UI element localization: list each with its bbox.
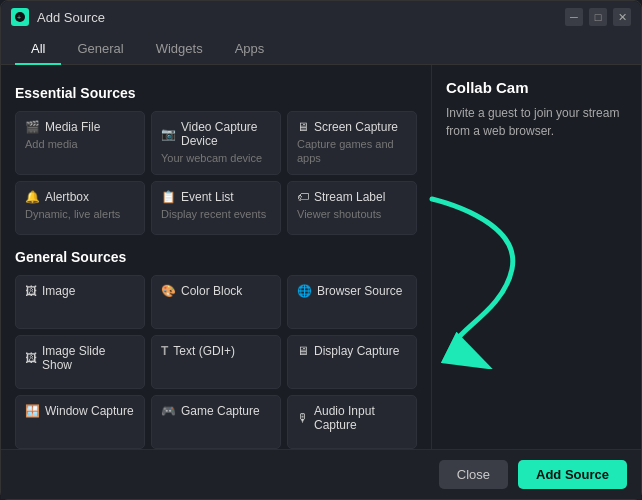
- event-list-icon: 📋: [161, 190, 176, 204]
- alertbox-desc: Dynamic, live alerts: [25, 207, 135, 221]
- close-window-button[interactable]: ✕: [613, 8, 631, 26]
- image-slideshow-icon: 🖼: [25, 351, 37, 365]
- screen-capture-icon: 🖥: [297, 120, 309, 134]
- image-slideshow-name: Image Slide Show: [42, 344, 135, 372]
- footer: Close Add Source: [1, 449, 641, 499]
- alertbox-name: Alertbox: [45, 190, 89, 204]
- video-capture-desc: Your webcam device: [161, 151, 271, 165]
- source-item-media-file[interactable]: 🎬 Media File Add media: [15, 111, 145, 175]
- general-sources-grid: 🖼 Image 🎨 Color Block 🌐 Browser Source: [15, 275, 417, 449]
- tab-bar: All General Widgets Apps: [1, 33, 641, 65]
- media-file-desc: Add media: [25, 137, 135, 151]
- titlebar: + Add Source ─ □ ✕: [1, 1, 641, 33]
- screen-capture-desc: Capture games and apps: [297, 137, 407, 166]
- video-capture-icon: 📷: [161, 127, 176, 141]
- game-capture-icon: 🎮: [161, 404, 176, 418]
- tab-widgets[interactable]: Widgets: [140, 33, 219, 64]
- source-item-game-capture[interactable]: 🎮 Game Capture: [151, 395, 281, 449]
- sidebar-title: Collab Cam: [446, 79, 627, 96]
- source-item-event-list[interactable]: 📋 Event List Display recent events: [151, 181, 281, 235]
- add-source-button[interactable]: Add Source: [518, 460, 627, 489]
- media-file-icon: 🎬: [25, 120, 40, 134]
- tab-apps[interactable]: Apps: [219, 33, 281, 64]
- svg-text:+: +: [17, 14, 21, 21]
- source-item-color-block[interactable]: 🎨 Color Block: [151, 275, 281, 329]
- tab-all[interactable]: All: [15, 33, 61, 64]
- audio-input-icon: 🎙: [297, 411, 309, 425]
- image-name: Image: [42, 284, 75, 298]
- display-capture-icon: 🖥: [297, 344, 309, 358]
- stream-label-icon: 🏷: [297, 190, 309, 204]
- alertbox-icon: 🔔: [25, 190, 40, 204]
- titlebar-controls: ─ □ ✕: [565, 8, 631, 26]
- minimize-button[interactable]: ─: [565, 8, 583, 26]
- stream-label-name: Stream Label: [314, 190, 385, 204]
- stream-label-desc: Viewer shoutouts: [297, 207, 407, 221]
- source-item-image-slideshow[interactable]: 🖼 Image Slide Show: [15, 335, 145, 389]
- window-title: Add Source: [37, 10, 105, 25]
- game-capture-name: Game Capture: [181, 404, 260, 418]
- source-item-display-capture[interactable]: 🖥 Display Capture: [287, 335, 417, 389]
- display-capture-name: Display Capture: [314, 344, 399, 358]
- maximize-button[interactable]: □: [589, 8, 607, 26]
- image-icon: 🖼: [25, 284, 37, 298]
- media-file-name: Media File: [45, 120, 100, 134]
- tab-general[interactable]: General: [61, 33, 139, 64]
- essential-sources-title: Essential Sources: [15, 85, 417, 101]
- source-item-browser-source[interactable]: 🌐 Browser Source: [287, 275, 417, 329]
- general-sources-title: General Sources: [15, 249, 417, 265]
- browser-source-name: Browser Source: [317, 284, 402, 298]
- text-gdi-name: Text (GDI+): [173, 344, 235, 358]
- source-item-window-capture[interactable]: 🪟 Window Capture: [15, 395, 145, 449]
- titlebar-left: + Add Source: [11, 8, 105, 26]
- source-item-video-capture[interactable]: 📷 Video Capture Device Your webcam devic…: [151, 111, 281, 175]
- app-icon: +: [11, 8, 29, 26]
- source-item-alertbox[interactable]: 🔔 Alertbox Dynamic, live alerts: [15, 181, 145, 235]
- audio-input-name: Audio Input Capture: [314, 404, 407, 432]
- event-list-desc: Display recent events: [161, 207, 271, 221]
- sidebar-panel: Collab Cam Invite a guest to join your s…: [431, 65, 641, 449]
- source-item-screen-capture[interactable]: 🖥 Screen Capture Capture games and apps: [287, 111, 417, 175]
- add-source-window: + Add Source ─ □ ✕ All General Widgets A…: [0, 0, 642, 500]
- screen-capture-name: Screen Capture: [314, 120, 398, 134]
- sources-panel: Essential Sources 🎬 Media File Add media…: [1, 65, 431, 449]
- window-capture-icon: 🪟: [25, 404, 40, 418]
- color-block-name: Color Block: [181, 284, 242, 298]
- browser-source-icon: 🌐: [297, 284, 312, 298]
- text-gdi-icon: T: [161, 344, 168, 358]
- video-capture-name: Video Capture Device: [181, 120, 271, 148]
- source-item-text-gdi[interactable]: T Text (GDI+): [151, 335, 281, 389]
- source-item-audio-input[interactable]: 🎙 Audio Input Capture: [287, 395, 417, 449]
- event-list-name: Event List: [181, 190, 234, 204]
- window-capture-name: Window Capture: [45, 404, 134, 418]
- sidebar-description: Invite a guest to join your stream from …: [446, 104, 627, 140]
- source-item-stream-label[interactable]: 🏷 Stream Label Viewer shoutouts: [287, 181, 417, 235]
- color-block-icon: 🎨: [161, 284, 176, 298]
- close-button[interactable]: Close: [439, 460, 508, 489]
- main-content: Essential Sources 🎬 Media File Add media…: [1, 65, 641, 449]
- essential-sources-grid: 🎬 Media File Add media 📷 Video Capture D…: [15, 111, 417, 235]
- source-item-image[interactable]: 🖼 Image: [15, 275, 145, 329]
